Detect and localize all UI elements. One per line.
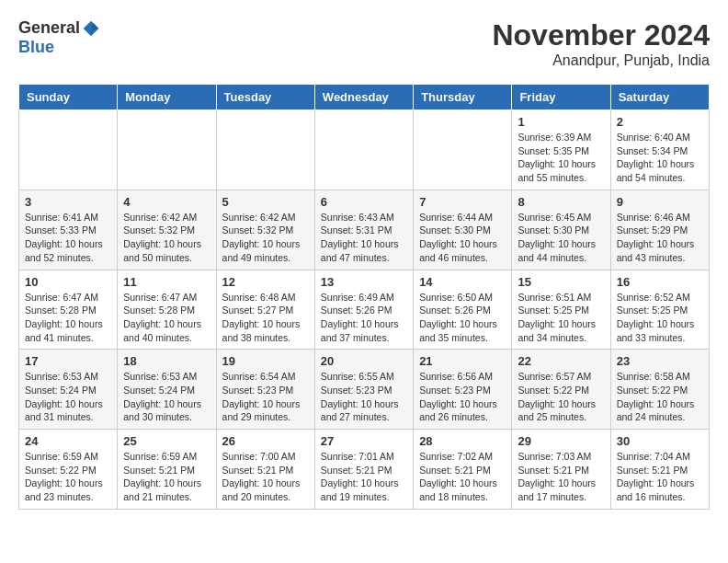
weekday-header-friday: Friday — [512, 85, 610, 110]
calendar-cell: 7Sunrise: 6:44 AM Sunset: 5:30 PM Daylig… — [414, 190, 512, 270]
day-content: Sunrise: 6:39 AM Sunset: 5:35 PM Dayligh… — [518, 131, 604, 185]
calendar-cell: 9Sunrise: 6:46 AM Sunset: 5:29 PM Daylig… — [610, 190, 709, 270]
day-number: 27 — [321, 434, 407, 448]
day-content: Sunrise: 6:56 AM Sunset: 5:23 PM Dayligh… — [419, 370, 506, 424]
calendar-cell: 27Sunrise: 7:01 AM Sunset: 5:21 PM Dayli… — [314, 430, 413, 510]
calendar-cell: 28Sunrise: 7:02 AM Sunset: 5:21 PM Dayli… — [414, 430, 512, 510]
calendar-cell: 11Sunrise: 6:47 AM Sunset: 5:28 PM Dayli… — [118, 270, 216, 350]
calendar-cell: 8Sunrise: 6:45 AM Sunset: 5:30 PM Daylig… — [512, 190, 610, 270]
day-content: Sunrise: 6:43 AM Sunset: 5:31 PM Dayligh… — [321, 211, 407, 265]
week-row-5: 24Sunrise: 6:59 AM Sunset: 5:22 PM Dayli… — [19, 430, 710, 510]
day-content: Sunrise: 6:41 AM Sunset: 5:33 PM Dayligh… — [25, 211, 111, 265]
day-number: 15 — [518, 275, 604, 289]
logo: General Blue — [18, 18, 100, 57]
week-row-2: 3Sunrise: 6:41 AM Sunset: 5:33 PM Daylig… — [19, 190, 710, 270]
day-number: 17 — [25, 354, 111, 368]
day-content: Sunrise: 6:58 AM Sunset: 5:22 PM Dayligh… — [617, 370, 703, 424]
calendar-cell: 4Sunrise: 6:42 AM Sunset: 5:32 PM Daylig… — [118, 190, 216, 270]
week-row-4: 17Sunrise: 6:53 AM Sunset: 5:24 PM Dayli… — [19, 350, 710, 430]
day-number: 8 — [518, 195, 604, 209]
calendar-cell: 30Sunrise: 7:04 AM Sunset: 5:21 PM Dayli… — [610, 430, 709, 510]
day-content: Sunrise: 6:53 AM Sunset: 5:24 PM Dayligh… — [123, 370, 210, 424]
calendar-cell: 17Sunrise: 6:53 AM Sunset: 5:24 PM Dayli… — [19, 350, 118, 430]
title-section: November 2024 Anandpur, Punjab, India — [492, 18, 710, 69]
day-number: 12 — [222, 275, 309, 289]
day-content: Sunrise: 6:42 AM Sunset: 5:32 PM Dayligh… — [123, 211, 210, 265]
day-content: Sunrise: 7:04 AM Sunset: 5:21 PM Dayligh… — [617, 450, 703, 504]
weekday-header-sunday: Sunday — [19, 85, 118, 110]
day-number: 19 — [222, 354, 309, 368]
calendar-cell — [216, 110, 314, 190]
weekday-header-row: SundayMondayTuesdayWednesdayThursdayFrid… — [19, 85, 710, 110]
week-row-1: 1Sunrise: 6:39 AM Sunset: 5:35 PM Daylig… — [19, 110, 710, 190]
day-number: 28 — [419, 434, 506, 448]
day-number: 13 — [321, 275, 407, 289]
calendar-cell: 19Sunrise: 6:54 AM Sunset: 5:23 PM Dayli… — [216, 350, 314, 430]
calendar-cell: 12Sunrise: 6:48 AM Sunset: 5:27 PM Dayli… — [216, 270, 314, 350]
day-content: Sunrise: 6:52 AM Sunset: 5:25 PM Dayligh… — [617, 291, 703, 345]
calendar-cell: 20Sunrise: 6:55 AM Sunset: 5:23 PM Dayli… — [314, 350, 413, 430]
day-number: 29 — [518, 434, 604, 448]
calendar-cell: 6Sunrise: 6:43 AM Sunset: 5:31 PM Daylig… — [314, 190, 413, 270]
day-number: 4 — [123, 195, 210, 209]
logo-icon — [82, 19, 100, 38]
day-content: Sunrise: 6:59 AM Sunset: 5:22 PM Dayligh… — [25, 450, 111, 504]
day-number: 20 — [321, 354, 407, 368]
weekday-header-monday: Monday — [118, 85, 216, 110]
calendar-cell: 5Sunrise: 6:42 AM Sunset: 5:32 PM Daylig… — [216, 190, 314, 270]
day-content: Sunrise: 6:47 AM Sunset: 5:28 PM Dayligh… — [25, 291, 111, 345]
day-number: 10 — [25, 275, 111, 289]
day-number: 3 — [25, 195, 111, 209]
day-content: Sunrise: 7:03 AM Sunset: 5:21 PM Dayligh… — [518, 450, 604, 504]
calendar-cell: 23Sunrise: 6:58 AM Sunset: 5:22 PM Dayli… — [610, 350, 709, 430]
calendar-cell — [314, 110, 413, 190]
week-row-3: 10Sunrise: 6:47 AM Sunset: 5:28 PM Dayli… — [19, 270, 710, 350]
day-number: 21 — [419, 354, 506, 368]
day-number: 11 — [123, 275, 210, 289]
day-number: 14 — [419, 275, 506, 289]
day-content: Sunrise: 6:42 AM Sunset: 5:32 PM Dayligh… — [222, 211, 309, 265]
day-number: 7 — [419, 195, 506, 209]
day-number: 22 — [518, 354, 604, 368]
calendar-cell: 14Sunrise: 6:50 AM Sunset: 5:26 PM Dayli… — [414, 270, 512, 350]
day-content: Sunrise: 6:47 AM Sunset: 5:28 PM Dayligh… — [123, 291, 210, 345]
calendar-cell: 13Sunrise: 6:49 AM Sunset: 5:26 PM Dayli… — [314, 270, 413, 350]
day-content: Sunrise: 6:55 AM Sunset: 5:23 PM Dayligh… — [321, 370, 407, 424]
calendar-table: SundayMondayTuesdayWednesdayThursdayFrid… — [18, 84, 710, 510]
calendar-cell — [118, 110, 216, 190]
calendar-cell: 29Sunrise: 7:03 AM Sunset: 5:21 PM Dayli… — [512, 430, 610, 510]
calendar-cell — [414, 110, 512, 190]
day-number: 26 — [222, 434, 309, 448]
location: Anandpur, Punjab, India — [492, 52, 710, 69]
month-title: November 2024 — [492, 18, 710, 52]
day-content: Sunrise: 6:46 AM Sunset: 5:29 PM Dayligh… — [617, 211, 703, 265]
day-number: 18 — [123, 354, 210, 368]
day-content: Sunrise: 6:50 AM Sunset: 5:26 PM Dayligh… — [419, 291, 506, 345]
day-content: Sunrise: 6:57 AM Sunset: 5:22 PM Dayligh… — [518, 370, 604, 424]
day-number: 23 — [617, 354, 703, 368]
day-number: 1 — [518, 115, 604, 129]
day-content: Sunrise: 7:00 AM Sunset: 5:21 PM Dayligh… — [222, 450, 309, 504]
calendar-cell: 2Sunrise: 6:40 AM Sunset: 5:34 PM Daylig… — [610, 110, 709, 190]
calendar-cell: 25Sunrise: 6:59 AM Sunset: 5:21 PM Dayli… — [118, 430, 216, 510]
day-number: 9 — [617, 195, 703, 209]
page-header: General Blue November 2024 Anandpur, Pun… — [18, 18, 710, 69]
day-content: Sunrise: 7:01 AM Sunset: 5:21 PM Dayligh… — [321, 450, 407, 504]
calendar-cell: 18Sunrise: 6:53 AM Sunset: 5:24 PM Dayli… — [118, 350, 216, 430]
calendar-cell: 15Sunrise: 6:51 AM Sunset: 5:25 PM Dayli… — [512, 270, 610, 350]
weekday-header-wednesday: Wednesday — [314, 85, 413, 110]
calendar-cell: 16Sunrise: 6:52 AM Sunset: 5:25 PM Dayli… — [610, 270, 709, 350]
day-content: Sunrise: 6:48 AM Sunset: 5:27 PM Dayligh… — [222, 291, 309, 345]
calendar-cell — [19, 110, 118, 190]
day-number: 6 — [321, 195, 407, 209]
calendar-cell: 22Sunrise: 6:57 AM Sunset: 5:22 PM Dayli… — [512, 350, 610, 430]
weekday-header-tuesday: Tuesday — [216, 85, 314, 110]
day-number: 25 — [123, 434, 210, 448]
day-content: Sunrise: 6:53 AM Sunset: 5:24 PM Dayligh… — [25, 370, 111, 424]
day-content: Sunrise: 6:49 AM Sunset: 5:26 PM Dayligh… — [321, 291, 407, 345]
day-content: Sunrise: 6:51 AM Sunset: 5:25 PM Dayligh… — [518, 291, 604, 345]
weekday-header-thursday: Thursday — [414, 85, 512, 110]
day-number: 2 — [617, 115, 703, 129]
day-content: Sunrise: 6:44 AM Sunset: 5:30 PM Dayligh… — [419, 211, 506, 265]
day-number: 30 — [617, 434, 703, 448]
